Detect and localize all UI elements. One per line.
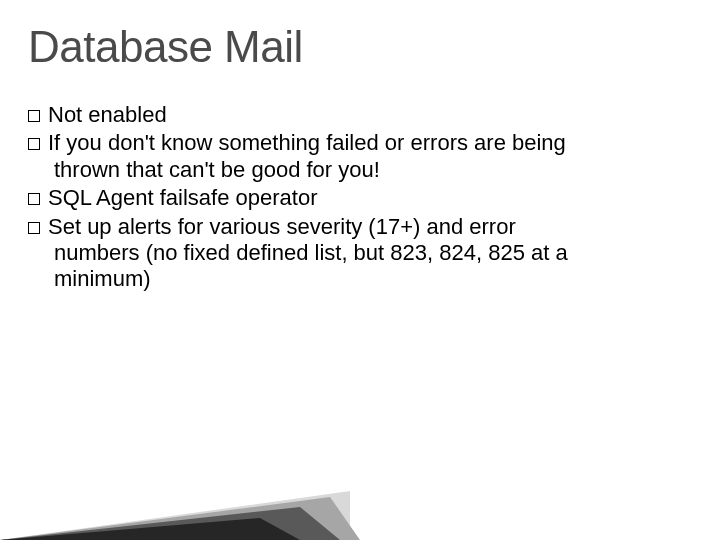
svg-marker-1 xyxy=(0,497,360,540)
bullet-text: SQL Agent failsafe operator xyxy=(48,185,317,210)
decorative-corner-graphic xyxy=(0,485,720,540)
bullet-item: Not enabled xyxy=(28,102,588,128)
slide: Database Mail Not enabled If you don't k… xyxy=(0,0,720,540)
bullet-item: SQL Agent failsafe operator xyxy=(28,185,588,211)
bullet-text: If you don't know something failed or er… xyxy=(48,130,566,181)
slide-title: Database Mail xyxy=(28,22,303,72)
bullet-box-icon xyxy=(28,193,40,205)
bullet-box-icon xyxy=(28,222,40,234)
bullet-box-icon xyxy=(28,110,40,122)
slide-body: Not enabled If you don't know something … xyxy=(28,102,588,295)
svg-marker-2 xyxy=(0,507,340,540)
bullet-box-icon xyxy=(28,138,40,150)
bullet-item: Set up alerts for various severity (17+)… xyxy=(28,214,588,293)
bullet-item: If you don't know something failed or er… xyxy=(28,130,588,183)
svg-marker-0 xyxy=(0,491,350,540)
bullet-text: Set up alerts for various severity (17+)… xyxy=(48,214,568,292)
bullet-text: Not enabled xyxy=(48,102,167,127)
svg-marker-3 xyxy=(0,518,300,540)
